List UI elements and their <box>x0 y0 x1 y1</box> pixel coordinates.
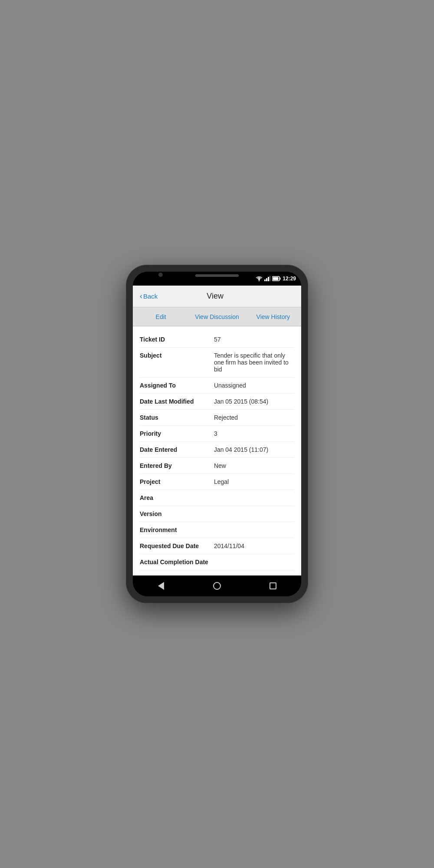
field-label-6: Date Entered <box>140 446 214 453</box>
field-value-0: 57 <box>214 336 294 343</box>
field-value-2: Unassigned <box>214 382 294 389</box>
field-row: Estimated Hours0.0 <box>140 570 294 575</box>
nav-home-button[interactable] <box>208 577 226 595</box>
clock: 12:29 <box>283 276 296 282</box>
field-label-1: Subject <box>140 352 214 359</box>
svg-rect-4 <box>268 277 269 281</box>
field-value-7: New <box>214 462 294 469</box>
back-triangle-icon <box>158 582 164 590</box>
svg-rect-5 <box>270 276 270 281</box>
camera <box>158 273 163 277</box>
field-row: Priority3 <box>140 426 294 442</box>
back-button[interactable]: ‹ Back <box>140 292 158 301</box>
field-label-2: Assigned To <box>140 382 214 389</box>
field-label-5: Priority <box>140 430 214 437</box>
field-label-11: Environment <box>140 526 214 533</box>
view-discussion-button[interactable]: View Discussion <box>189 308 245 326</box>
field-label-8: Project <box>140 478 214 485</box>
content-area: Ticket ID57SubjectTender is specific tha… <box>133 326 301 575</box>
svg-rect-7 <box>280 278 281 280</box>
field-row: Version <box>140 506 294 522</box>
field-row: Area <box>140 490 294 506</box>
field-row: Date Last ModifiedJan 05 2015 (08:54) <box>140 394 294 410</box>
signal-icon <box>264 276 270 281</box>
field-row: StatusRejected <box>140 410 294 426</box>
phone-frame: 12:29 ‹ Back View Edit View Discussion V… <box>126 265 308 603</box>
field-row: Actual Completion Date <box>140 554 294 570</box>
field-value-4: Rejected <box>214 414 294 421</box>
field-label-10: Version <box>140 510 214 517</box>
field-label-7: Entered By <box>140 462 214 469</box>
action-bar: Edit View Discussion View History <box>133 307 301 326</box>
svg-rect-3 <box>266 278 267 281</box>
recents-square-icon <box>270 582 276 589</box>
svg-point-1 <box>259 280 260 281</box>
field-row: Ticket ID57 <box>140 332 294 348</box>
home-circle-icon <box>213 582 221 590</box>
back-label: Back <box>143 293 158 300</box>
field-value-8: Legal <box>214 478 294 485</box>
field-label-0: Ticket ID <box>140 336 214 343</box>
edit-button[interactable]: Edit <box>133 308 189 326</box>
field-row: Environment <box>140 522 294 538</box>
field-label-4: Status <box>140 414 214 421</box>
field-value-6: Jan 04 2015 (11:07) <box>214 446 294 453</box>
svg-marker-0 <box>258 278 260 280</box>
field-value-1: Tender is specific that only one firm ha… <box>214 352 294 373</box>
field-label-3: Date Last Modified <box>140 398 214 405</box>
field-row: ProjectLegal <box>140 474 294 490</box>
field-label-9: Area <box>140 494 214 501</box>
field-row: Date EnteredJan 04 2015 (11:07) <box>140 442 294 458</box>
nav-recents-button[interactable] <box>264 577 282 595</box>
field-value-3: Jan 05 2015 (08:54) <box>214 398 294 405</box>
wifi-icon <box>256 276 263 281</box>
battery-icon <box>272 276 281 281</box>
field-row: Entered ByNew <box>140 458 294 474</box>
speaker <box>195 274 239 277</box>
svg-rect-2 <box>264 279 266 281</box>
field-row: Requested Due Date2014/11/04 <box>140 538 294 554</box>
page-title: View <box>158 292 273 301</box>
nav-back-button[interactable] <box>152 577 170 595</box>
field-value-5: 3 <box>214 430 294 437</box>
app-header: ‹ Back View <box>133 286 301 307</box>
field-value-12: 2014/11/04 <box>214 542 294 549</box>
field-row: SubjectTender is specific that only one … <box>140 348 294 378</box>
field-label-12: Requested Due Date <box>140 542 214 549</box>
field-label-13: Actual Completion Date <box>140 559 214 566</box>
bottom-nav <box>133 575 301 596</box>
back-chevron-icon: ‹ <box>140 292 142 301</box>
view-history-button[interactable]: View History <box>245 308 301 326</box>
field-row: Assigned ToUnassigned <box>140 378 294 394</box>
svg-rect-8 <box>273 277 279 280</box>
